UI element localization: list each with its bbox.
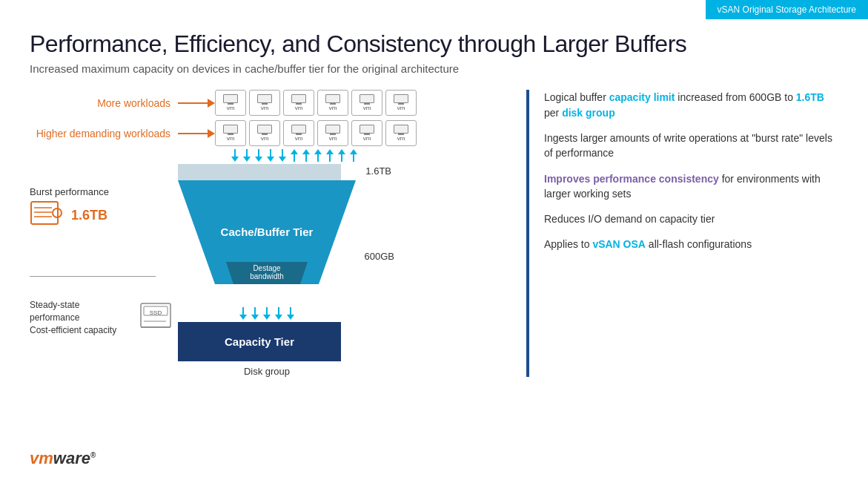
burst-section: Burst performance 1.6TB xyxy=(30,186,109,230)
vm-box: vm xyxy=(283,90,314,116)
vm-box: vm xyxy=(283,120,314,146)
vmware-ware: ware xyxy=(53,449,90,467)
down-arrow xyxy=(262,307,272,321)
vm-icon xyxy=(360,125,374,134)
disk-group-label: Disk group xyxy=(178,366,356,377)
down-arrow xyxy=(285,307,296,321)
right-item-1: Logical buffer capacity limit increased … xyxy=(544,90,838,120)
down-arrow xyxy=(238,307,248,321)
down-arrow xyxy=(250,307,260,321)
burst-label: Burst performance xyxy=(30,186,109,197)
right-item-4: Reduces I/O demand on capacity tier xyxy=(544,211,838,226)
workload-row-2: Higher demanding workloads vm vm vm vm v… xyxy=(30,120,504,146)
svg-rect-0 xyxy=(31,202,58,224)
buffer-top xyxy=(178,164,341,180)
right-item-5: Applies to vSAN OSA all-flash configurat… xyxy=(544,237,838,252)
svg-text:Cache/Buffer Tier: Cache/Buffer Tier xyxy=(221,226,314,238)
steady-label-2: Cost-efficient capacity xyxy=(30,324,132,337)
up-arrow xyxy=(337,149,347,162)
label-1-6tb: 1.6TB xyxy=(365,165,391,177)
vm-box: vm xyxy=(249,120,280,146)
vm-icon xyxy=(257,125,272,134)
down-arrow xyxy=(277,149,288,162)
down-arrow xyxy=(254,149,264,162)
tier-diagram: 1.6TB Cache/Buffer Tier xyxy=(178,164,356,377)
vm-box: vm xyxy=(351,120,382,146)
arrow-2 xyxy=(178,128,215,139)
vm-icon xyxy=(291,94,306,103)
down-arrow xyxy=(265,149,276,162)
label-600gb: 600GB xyxy=(365,251,394,262)
vmware-vm: vm xyxy=(30,449,53,467)
vm-icon xyxy=(394,94,408,103)
right-panel: Logical buffer capacity limit increased … xyxy=(526,90,838,377)
vm-icon xyxy=(223,125,238,134)
slide: vSAN Original Storage Architecture Perfo… xyxy=(0,0,868,483)
cache-tier-svg: Cache/Buffer Tier Destage bandwidth xyxy=(178,180,356,303)
workload-label-1: More workloads xyxy=(97,97,170,109)
vm-icon xyxy=(223,94,238,103)
ssd-icon: SSD xyxy=(139,302,178,333)
vm-box: vm xyxy=(249,90,280,116)
down-arrow xyxy=(242,149,252,162)
right-item-3: Improves performance consistency for env… xyxy=(544,171,838,202)
vm-icon xyxy=(257,94,272,103)
workload-row-1: More workloads vm vm vm vm vm vm xyxy=(30,90,504,116)
vmware-trademark: ® xyxy=(90,451,96,459)
vm-box: vm xyxy=(351,90,382,116)
workload-label-2: Higher demanding workloads xyxy=(36,128,170,139)
up-arrow xyxy=(348,149,359,162)
vm-box: vm xyxy=(317,90,348,116)
down-arrow xyxy=(274,307,284,321)
vm-icon xyxy=(394,125,408,134)
vm-box: vm xyxy=(385,120,417,146)
main-title: Performance, Efficiency, and Consistency… xyxy=(30,30,838,58)
left-panel: More workloads vm vm vm vm vm vm xyxy=(30,90,504,377)
right-item-2: Ingests larger amounts of write operatio… xyxy=(544,131,838,161)
main-content: More workloads vm vm vm vm vm vm xyxy=(30,90,838,377)
highlight-capacity-limit: capacity limit xyxy=(609,91,675,103)
vmware-logo: vmware® xyxy=(30,449,96,468)
up-arrow xyxy=(289,149,299,162)
highlight-1-6tb: 1.6TB xyxy=(796,91,824,103)
top-banner: vSAN Original Storage Architecture xyxy=(706,0,868,19)
vm-grid-1: vm vm vm vm vm vm xyxy=(215,90,417,116)
vm-icon xyxy=(325,94,340,103)
svg-text:Destage: Destage xyxy=(253,264,281,272)
capacity-tier: Capacity Tier xyxy=(178,322,341,361)
up-arrow xyxy=(313,149,323,162)
vm-box: vm xyxy=(215,120,246,146)
cache-tier-container: Cache/Buffer Tier Destage bandwidth 600G… xyxy=(178,180,356,306)
burst-icon-area: 1.6TB xyxy=(30,200,109,230)
arrow-1 xyxy=(178,98,215,108)
highlight-vsan-osa: vSAN OSA xyxy=(592,238,646,250)
burst-disk-icon xyxy=(30,200,65,230)
vm-icon xyxy=(325,125,340,134)
vm-box: vm xyxy=(215,90,246,116)
up-arrow xyxy=(301,149,311,162)
steady-section: Steady-state performance Cost-efficient … xyxy=(30,299,178,336)
vm-box: vm xyxy=(317,120,348,146)
down-arrow xyxy=(230,149,240,162)
up-arrow xyxy=(325,149,335,162)
capacity-tier-label: Capacity Tier xyxy=(225,335,294,348)
burst-value: 1.6TB xyxy=(71,208,107,223)
highlight-disk-group: disk group xyxy=(562,107,615,119)
arrows-row xyxy=(230,149,504,162)
steady-label-1: Steady-state performance xyxy=(30,299,132,324)
left-labels: Burst performance 1.6TB xyxy=(30,164,178,377)
svg-text:SSD: SSD xyxy=(150,309,162,316)
vm-icon xyxy=(291,125,306,134)
header: Performance, Efficiency, and Consistency… xyxy=(30,30,838,75)
subtitle: Increased maximum capacity on devices in… xyxy=(30,62,838,75)
vm-grid-2: vm vm vm vm vm vm xyxy=(215,120,417,146)
banner-text: vSAN Original Storage Architecture xyxy=(718,4,856,15)
highlight-improves: Improves performance consistency xyxy=(544,173,719,185)
down-arrows-capacity xyxy=(178,307,356,321)
diagram-area: Burst performance 1.6TB xyxy=(30,164,504,377)
separator-line xyxy=(30,276,156,277)
svg-text:bandwidth: bandwidth xyxy=(250,272,284,280)
vm-icon xyxy=(360,94,374,103)
workload-section: More workloads vm vm vm vm vm vm xyxy=(30,90,504,162)
vm-box: vm xyxy=(385,90,417,116)
